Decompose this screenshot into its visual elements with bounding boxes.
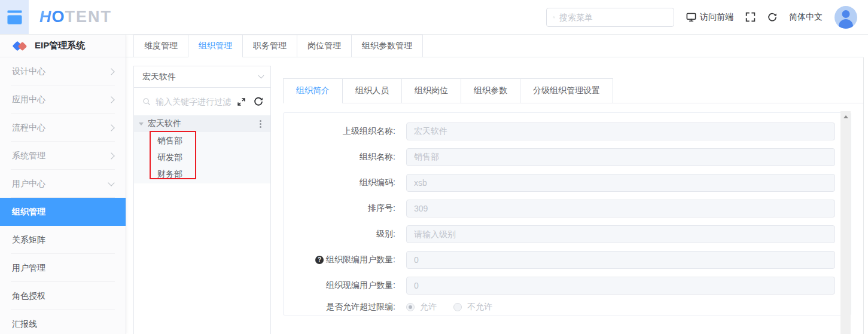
hamburger-icon bbox=[7, 10, 22, 13]
tree-node-root[interactable]: 宏天软件 bbox=[134, 115, 270, 132]
collapse-menu-button[interactable] bbox=[0, 0, 29, 34]
allow-exceed-radio-group: 允许 不允许 bbox=[406, 302, 492, 312]
eip-diamond-icon bbox=[13, 41, 29, 51]
radio-allow[interactable]: 允许 bbox=[406, 302, 437, 312]
field-label: 级别: bbox=[284, 229, 395, 240]
sidebar-item-label: 用户管理 bbox=[12, 263, 45, 274]
refresh-tree-icon[interactable] bbox=[254, 97, 263, 106]
tree-toolbar bbox=[237, 97, 263, 106]
form-row-level: 级别: bbox=[284, 221, 835, 247]
level-input[interactable] bbox=[406, 225, 835, 243]
chevron-down-icon bbox=[258, 73, 264, 79]
visit-frontend-label: 访问前端 bbox=[700, 12, 733, 23]
radio-icon bbox=[453, 303, 462, 311]
sidebar-item-label: 组织管理 bbox=[12, 207, 45, 217]
fullscreen-icon[interactable] bbox=[745, 12, 756, 22]
tab-position-mgmt[interactable]: 职务管理 bbox=[242, 35, 297, 57]
header: HOTENT 访问前端 简体中文 bbox=[0, 0, 868, 35]
field-label: 排序号: bbox=[284, 203, 395, 214]
tree-caret-down-icon bbox=[139, 122, 144, 125]
field-label: 组织现编用户数量: bbox=[284, 280, 395, 291]
field-label-text: 组织限编用户数量: bbox=[326, 255, 395, 265]
menu-search-input[interactable] bbox=[559, 13, 668, 22]
chevron-right-icon bbox=[108, 124, 114, 131]
scroll-up-arrow[interactable] bbox=[843, 115, 848, 118]
sidebar-item-label: 关系矩阵 bbox=[12, 235, 45, 246]
search-icon bbox=[553, 13, 555, 22]
node-menu-kebab-icon[interactable] bbox=[258, 118, 263, 130]
sidebar-item-label: 汇报线 bbox=[12, 319, 37, 330]
search-icon bbox=[142, 97, 151, 106]
sidebar-item-design-center[interactable]: 设计中心 bbox=[0, 57, 126, 85]
logo-rest: TENT bbox=[65, 8, 112, 26]
sidebar-title: EIP管理系统 bbox=[35, 40, 85, 51]
visit-frontend-button[interactable]: 访问前端 bbox=[686, 12, 733, 23]
sidebar-item-process-center[interactable]: 流程中心 bbox=[0, 114, 126, 142]
header-actions: 访问前端 简体中文 bbox=[546, 6, 868, 29]
tree-filter-input[interactable] bbox=[156, 97, 232, 106]
help-icon[interactable]: ? bbox=[315, 256, 324, 264]
user-avatar[interactable] bbox=[835, 6, 857, 29]
tab-dimension-mgmt[interactable]: 维度管理 bbox=[133, 35, 188, 57]
module-tabstrip: 维度管理 组织管理 职务管理 岗位管理 组织参数管理 bbox=[126, 35, 863, 57]
form-row-parent-org: 上级组织名称: bbox=[284, 118, 835, 144]
sidebar-item-user-center[interactable]: 用户中心 bbox=[0, 170, 126, 198]
chevron-down-icon bbox=[108, 179, 114, 186]
tab-org-profile[interactable]: 组织简介 bbox=[283, 78, 342, 103]
sort-number-input[interactable] bbox=[406, 200, 835, 217]
expand-all-icon[interactable] bbox=[237, 97, 246, 106]
sidebar-item-app-center[interactable]: 应用中心 bbox=[0, 85, 126, 114]
sidebar-item-label: 用户中心 bbox=[12, 179, 45, 189]
tab-post-mgmt[interactable]: 岗位管理 bbox=[297, 35, 351, 57]
form-row-org-name: 组织名称: bbox=[284, 144, 835, 170]
sidebar-item-label: 设计中心 bbox=[12, 66, 45, 77]
tree-filter-row bbox=[134, 88, 270, 115]
radio-disallow[interactable]: 不允许 bbox=[453, 302, 492, 312]
tab-org-mgmt[interactable]: 组织管理 bbox=[188, 35, 242, 57]
refresh-icon[interactable] bbox=[768, 13, 777, 22]
sidebar-item-system-mgmt[interactable]: 系统管理 bbox=[0, 142, 126, 170]
sidebar-item-org-mgmt[interactable]: 组织管理 bbox=[0, 198, 126, 226]
app-root: HOTENT 访问前端 简体中文 bbox=[0, 0, 868, 334]
monitor-icon bbox=[686, 12, 696, 22]
parent-org-name-input[interactable] bbox=[406, 122, 835, 140]
tab-org-param-mgmt[interactable]: 组织参数管理 bbox=[351, 35, 423, 57]
tab-org-members[interactable]: 组织人员 bbox=[342, 78, 401, 103]
org-name-input[interactable] bbox=[406, 148, 835, 166]
tab-org-posts[interactable]: 组织岗位 bbox=[401, 78, 461, 103]
logo-h: H bbox=[39, 8, 52, 26]
org-profile-form: 上级组织名称: 组织名称: 组织编码: 排序号: 级别: ? 组织限编用户数量: bbox=[283, 112, 851, 315]
chevron-right-icon bbox=[108, 152, 114, 159]
sidebar-item-role-auth[interactable]: 角色授权 bbox=[0, 282, 126, 310]
logo-o: O bbox=[52, 8, 65, 26]
chevron-right-icon bbox=[108, 68, 114, 75]
radio-label: 不允许 bbox=[467, 302, 492, 312]
tree-node-sales-dept[interactable]: 销售部 bbox=[134, 132, 270, 149]
tree-node-finance-dept[interactable]: 财务部 bbox=[134, 166, 270, 182]
org-current-user-count-input[interactable] bbox=[406, 277, 835, 295]
app-logo: HOTENT bbox=[39, 8, 112, 26]
field-label: 是否允许超过限编: bbox=[284, 302, 395, 312]
menu-search-box[interactable] bbox=[546, 8, 674, 27]
org-code-input[interactable] bbox=[406, 174, 835, 192]
tree-root-label: 宏天软件 bbox=[148, 118, 181, 129]
tree-node-rnd-dept[interactable]: 研发部 bbox=[134, 149, 270, 166]
vertical-scrollbar[interactable] bbox=[840, 111, 851, 334]
tree-children: 销售部 研发部 财务部 bbox=[134, 132, 270, 183]
tab-hierarchical-org-settings[interactable]: 分级组织管理设置 bbox=[520, 78, 613, 103]
sidebar: EIP管理系统 设计中心 应用中心 流程中心 系统管理 用户中心 组织管理 关系… bbox=[0, 35, 126, 334]
sidebar-item-report-line[interactable]: 汇报线 bbox=[0, 310, 126, 334]
field-label: 组织编码: bbox=[284, 177, 395, 188]
language-switcher[interactable]: 简体中文 bbox=[789, 12, 823, 23]
sidebar-item-user-mgmt[interactable]: 用户管理 bbox=[0, 254, 126, 282]
org-limit-user-count-input[interactable] bbox=[406, 251, 835, 269]
avatar-person-icon bbox=[839, 19, 853, 29]
chevron-right-icon bbox=[108, 96, 114, 103]
sidebar-item-label: 应用中心 bbox=[12, 94, 45, 105]
form-row-sort-no: 排序号: bbox=[284, 195, 835, 221]
avatar-person-icon bbox=[842, 10, 850, 18]
form-row-allow-exceed: 是否允许超过限编: 允许 不允许 bbox=[284, 298, 835, 316]
tab-org-params[interactable]: 组织参数 bbox=[461, 78, 520, 103]
dimension-select[interactable]: 宏天软件 bbox=[134, 66, 270, 88]
sidebar-item-relation-matrix[interactable]: 关系矩阵 bbox=[0, 226, 126, 254]
